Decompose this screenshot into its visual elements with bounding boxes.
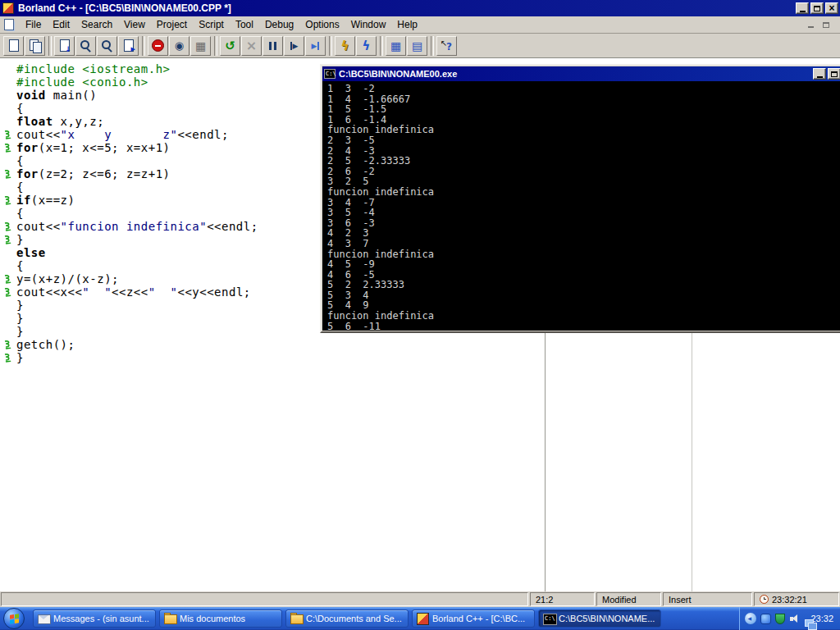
code-text: { (16, 180, 24, 194)
console-line: 5 6 -11 (327, 322, 838, 331)
gutter-cell (0, 246, 16, 259)
gutter-cell (0, 102, 16, 115)
code-text: for(x=1; x<=5; x=x+1) (16, 141, 171, 154)
trace-into-button[interactable] (305, 36, 326, 56)
cut-icon (244, 39, 258, 52)
code-text: } (16, 299, 24, 312)
mdi-restore-button[interactable] (819, 20, 832, 30)
inspect-object-icon (172, 39, 186, 52)
window-title: Borland C++ - [C:\BC5\BIN\NONAME00.CPP *… (18, 2, 231, 14)
mdi-minimize-button[interactable] (805, 20, 817, 30)
menu-item-search[interactable]: Search (75, 16, 118, 33)
cut-button[interactable] (241, 36, 262, 56)
pause-process-button[interactable] (262, 36, 283, 56)
taskbar-button-documents-and-settings[interactable]: C:\Documents and Se... (285, 609, 409, 628)
replace-text-button[interactable] (118, 36, 139, 56)
open-file-button[interactable] (25, 36, 45, 56)
taskbar-button-noname-console[interactable]: C:\BC5\BIN\NONAME... (538, 609, 661, 628)
console-icon (324, 69, 336, 79)
mdi-restore-icon (823, 22, 829, 28)
code-text: #include <conio.h> (16, 75, 148, 89)
gutter-cell (0, 62, 16, 75)
console-title-bar[interactable]: C:\BC5\BIN\NONAME00.exe (322, 66, 840, 81)
restore-button[interactable] (810, 2, 824, 14)
pause-process-icon (266, 39, 280, 52)
task-label: C:\Documents and Se... (306, 614, 402, 623)
messenger-icon[interactable] (760, 614, 771, 624)
help-select-button[interactable] (436, 36, 457, 56)
taskbar-button-mis-documentos[interactable]: Mis documentos (159, 609, 282, 628)
console-line: funcion indefinica (327, 249, 838, 260)
gutter-cell (0, 180, 16, 194)
toggle-breakpoint-button[interactable] (148, 36, 168, 56)
minimize-button[interactable] (796, 2, 809, 14)
code-text: else (16, 246, 46, 259)
volume-icon[interactable] (789, 614, 801, 623)
menu-item-help[interactable]: Help (391, 16, 423, 33)
hide-chevron-icon[interactable] (745, 613, 756, 624)
menu-item-project[interactable]: Project (151, 16, 193, 33)
tray-icons (745, 613, 805, 624)
new-file-button[interactable] (3, 36, 24, 56)
save-file-icon (57, 39, 71, 52)
menu-item-edit[interactable]: Edit (47, 16, 75, 33)
start-button[interactable] (3, 608, 25, 629)
step-over-button[interactable] (284, 36, 304, 56)
evaluate-expression-button[interactable] (190, 36, 211, 56)
mdi-minimize-icon (808, 26, 814, 28)
insert-mode-indicator: Insert (663, 592, 752, 606)
project-window-button[interactable] (386, 36, 406, 56)
mdi-controls (805, 20, 837, 30)
antivirus-icon[interactable] (775, 614, 785, 624)
console-line: funcion indefinica (327, 125, 838, 135)
console-minimize-button[interactable] (813, 68, 826, 80)
taskbar-tasks: Messages - (sin asunt...Mis documentosC:… (33, 609, 661, 628)
code-marker-icon (3, 130, 12, 140)
document-icon (4, 19, 14, 30)
code-marker-icon (3, 169, 12, 180)
console-line: 5 3 4 (327, 290, 838, 301)
close-button[interactable] (825, 2, 838, 14)
console-line: funcion indefinica (327, 311, 838, 322)
find-text-button[interactable] (75, 36, 96, 56)
console-window[interactable]: C:\BC5\BIN\NONAME00.exe 1 3 -21 4 -1.666… (320, 64, 840, 333)
code-line[interactable]: } (0, 351, 840, 364)
step-over-icon (287, 39, 301, 52)
console-line: 1 3 -2 (327, 84, 838, 94)
gutter-cell (0, 89, 16, 102)
menu-item-file[interactable]: File (20, 16, 47, 33)
console-maximize-icon (831, 71, 838, 77)
menu-item-debug[interactable]: Debug (259, 16, 299, 33)
code-line[interactable]: getch(); (0, 338, 840, 351)
gutter-cell (0, 220, 16, 233)
mail-icon (37, 612, 50, 625)
menu-item-window[interactable]: Window (345, 16, 392, 33)
taskbar-button-borland-cpp[interactable]: Borland C++ - [C:\BC... (412, 609, 535, 628)
toolbar-group (220, 36, 326, 56)
search-again-button[interactable] (97, 36, 117, 56)
console-line: 5 2 2.33333 (327, 280, 838, 290)
debug-run-icon (359, 39, 373, 52)
inspect-object-button[interactable] (169, 36, 189, 56)
console-output[interactable]: 1 3 -21 4 -1.666671 5 -1.51 6 -1.4funcio… (322, 81, 840, 331)
menu-item-tool[interactable]: Tool (230, 16, 259, 33)
code-text: for(z=2; z<=6; z=z+1) (16, 167, 171, 180)
taskbar-button-messages[interactable]: Messages - (sin asunt... (33, 609, 156, 628)
debug-run-button[interactable] (356, 36, 377, 56)
console-maximize-button[interactable] (828, 68, 840, 80)
code-marker-icon (3, 143, 12, 153)
menu-item-view[interactable]: View (118, 16, 151, 33)
gutter-cell (0, 194, 16, 207)
folder-icon (163, 612, 176, 625)
menu-item-options[interactable]: Options (299, 16, 345, 33)
code-marker-icon (3, 287, 12, 298)
taskbar: Messages - (sin asunt...Mis documentosC:… (0, 607, 840, 630)
code-text: } (16, 312, 24, 325)
code-text: { (16, 207, 24, 220)
message-window-button[interactable] (407, 36, 427, 56)
toolbar-group (3, 36, 45, 56)
save-file-button[interactable] (54, 36, 75, 56)
menu-item-script[interactable]: Script (193, 16, 230, 33)
run-button[interactable] (335, 36, 355, 56)
undo-button[interactable] (220, 36, 240, 56)
